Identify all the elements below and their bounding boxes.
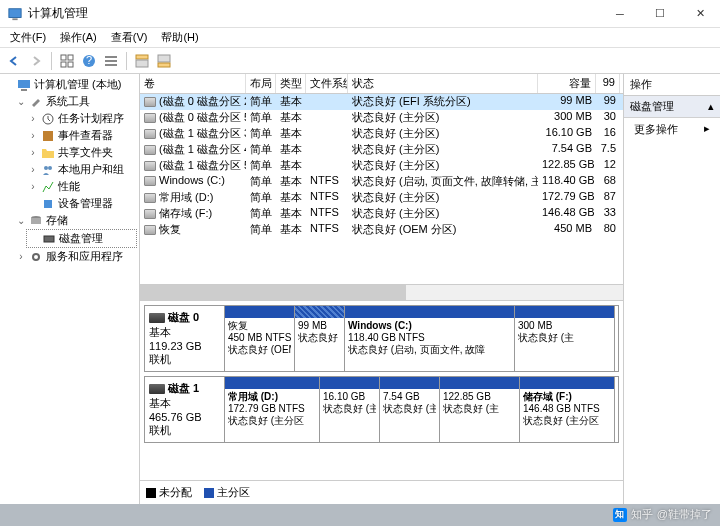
wrench-icon [29, 95, 43, 109]
disk-icon [149, 313, 165, 323]
help-icon[interactable]: ? [79, 51, 99, 71]
svg-rect-8 [105, 56, 117, 58]
primary-swatch [204, 488, 214, 498]
table-row[interactable]: (磁盘 0 磁盘分区 5)简单基本状态良好 (主分区)300 MB30 [140, 110, 623, 126]
svg-rect-10 [105, 64, 117, 66]
table-row[interactable]: (磁盘 1 磁盘分区 3)简单基本状态良好 (主分区)16.10 GB16 [140, 126, 623, 142]
forward-button[interactable] [26, 51, 46, 71]
table-row[interactable]: 储存域 (F:)简单基本NTFS状态良好 (主分区)146.48 GB33 [140, 206, 623, 222]
menu-action[interactable]: 操作(A) [54, 28, 103, 47]
view-icon[interactable] [57, 51, 77, 71]
disk-graphical-view[interactable]: 磁盘 0基本119.23 GB联机恢复450 MB NTFS状态良好 (OEM9… [140, 300, 623, 480]
tree-localusers[interactable]: ›本地用户和组 [26, 161, 137, 178]
top-view-icon[interactable] [132, 51, 152, 71]
legend: 未分配 主分区 [140, 480, 623, 504]
svg-rect-23 [31, 218, 41, 224]
partition[interactable]: Windows (C:)118.40 GB NTFS状态良好 (启动, 页面文件… [345, 306, 515, 371]
tree-taskscheduler[interactable]: ›任务计划程序 [26, 110, 137, 127]
col-volume[interactable]: 卷 [140, 74, 246, 93]
partition[interactable]: 常用域 (D:)172.79 GB NTFS状态良好 (主分区 [225, 377, 320, 442]
svg-rect-4 [61, 62, 66, 67]
svg-rect-16 [21, 89, 27, 91]
tree-performance[interactable]: ›性能 [26, 178, 137, 195]
svg-rect-12 [136, 60, 148, 67]
unallocated-swatch [146, 488, 156, 498]
disk-icon [42, 232, 56, 246]
device-icon [41, 197, 55, 211]
volume-list[interactable]: 卷 布局 类型 文件系统 状态 容量 99 (磁盘 0 磁盘分区 2)简单基本状… [140, 74, 623, 284]
tree-root[interactable]: 计算机管理 (本地) [2, 76, 137, 93]
svg-rect-2 [61, 55, 66, 60]
tree-storage[interactable]: ⌄存储 [14, 212, 137, 229]
folder-icon [41, 146, 55, 160]
svg-point-20 [48, 166, 52, 170]
minimize-button[interactable]: ─ [600, 0, 640, 28]
table-row[interactable]: (磁盘 1 磁盘分区 4)简单基本状态良好 (主分区)7.54 GB7.5 [140, 142, 623, 158]
list-icon[interactable] [101, 51, 121, 71]
svg-rect-3 [68, 55, 73, 60]
svg-rect-14 [158, 63, 170, 67]
table-row[interactable]: Windows (C:)简单基本NTFS状态良好 (启动, 页面文件, 故障转储… [140, 174, 623, 190]
event-icon [41, 129, 55, 143]
col-type[interactable]: 类型 [276, 74, 306, 93]
table-row[interactable]: (磁盘 0 磁盘分区 2)简单基本状态良好 (EFI 系统分区)99 MB99 [140, 94, 623, 110]
table-row[interactable]: 常用域 (D:)简单基本NTFS状态良好 (主分区)172.79 GB87 [140, 190, 623, 206]
table-row[interactable]: (磁盘 1 磁盘分区 5)简单基本状态良好 (主分区)122.85 GB12 [140, 158, 623, 174]
performance-icon [41, 180, 55, 194]
close-button[interactable]: ✕ [680, 0, 720, 28]
gear-icon [29, 250, 43, 264]
partition[interactable]: 122.85 GB状态良好 (主 [440, 377, 520, 442]
partition[interactable]: 99 MB状态良好 ( [295, 306, 345, 371]
svg-rect-11 [136, 55, 148, 59]
col-layout[interactable]: 布局 [246, 74, 276, 93]
disk-row[interactable]: 磁盘 1基本465.76 GB联机常用域 (D:)172.79 GB NTFS状… [144, 376, 619, 443]
table-row[interactable]: 恢复简单基本NTFS状态良好 (OEM 分区)450 MB80 [140, 222, 623, 238]
tree-sharedfolders[interactable]: ›共享文件夹 [26, 144, 137, 161]
navigation-tree[interactable]: 计算机管理 (本地) ⌄系统工具 ›任务计划程序 ›事件查看器 ›共享文件夹 ›… [0, 74, 140, 504]
partition[interactable]: 300 MB状态良好 (主 [515, 306, 615, 371]
watermark: 知 知乎 @鞋带掉了 [613, 507, 712, 522]
menu-help[interactable]: 帮助(H) [155, 28, 204, 47]
col-free[interactable]: 99 [596, 74, 620, 93]
tree-eventviewer[interactable]: ›事件查看器 [26, 127, 137, 144]
svg-rect-18 [43, 131, 53, 141]
partition[interactable]: 7.54 GB状态良好 (主 [380, 377, 440, 442]
svg-rect-13 [158, 55, 170, 62]
svg-rect-9 [105, 60, 117, 62]
svg-point-19 [44, 166, 48, 170]
menu-view[interactable]: 查看(V) [105, 28, 154, 47]
tree-devicemgr[interactable]: 设备管理器 [26, 195, 137, 212]
svg-rect-21 [44, 200, 52, 208]
svg-text:?: ? [86, 54, 92, 66]
computer-icon [17, 78, 31, 92]
chevron-right-icon: ▸ [704, 122, 710, 135]
horizontal-scrollbar[interactable] [140, 284, 623, 300]
users-icon [41, 163, 55, 177]
partition[interactable]: 16.10 GB状态良好 (主 [320, 377, 380, 442]
col-capacity[interactable]: 容量 [538, 74, 596, 93]
actions-more[interactable]: 更多操作 ▸ [624, 118, 720, 141]
actions-header: 操作 [624, 74, 720, 96]
menu-file[interactable]: 文件(F) [4, 28, 52, 47]
svg-rect-15 [18, 80, 30, 88]
storage-icon [29, 214, 43, 228]
svg-rect-0 [9, 8, 21, 17]
col-fs[interactable]: 文件系统 [306, 74, 348, 93]
actions-section[interactable]: 磁盘管理▴ [624, 96, 720, 118]
svg-rect-5 [68, 62, 73, 67]
tree-services[interactable]: ›服务和应用程序 [14, 248, 137, 265]
svg-point-25 [33, 254, 39, 260]
maximize-button[interactable]: ☐ [640, 0, 680, 28]
tree-diskmgmt[interactable]: 磁盘管理 [26, 229, 137, 248]
bottom-view-icon[interactable] [154, 51, 174, 71]
col-status[interactable]: 状态 [348, 74, 538, 93]
tree-systools[interactable]: ⌄系统工具 [14, 93, 137, 110]
clock-icon [41, 112, 55, 126]
partition[interactable]: 恢复450 MB NTFS状态良好 (OEM [225, 306, 295, 371]
chevron-up-icon: ▴ [708, 100, 714, 113]
partition[interactable]: 储存域 (F:)146.48 GB NTFS状态良好 (主分区 [520, 377, 615, 442]
back-button[interactable] [4, 51, 24, 71]
svg-rect-1 [12, 18, 17, 20]
disk-row[interactable]: 磁盘 0基本119.23 GB联机恢复450 MB NTFS状态良好 (OEM9… [144, 305, 619, 372]
window-title: 计算机管理 [28, 5, 600, 22]
